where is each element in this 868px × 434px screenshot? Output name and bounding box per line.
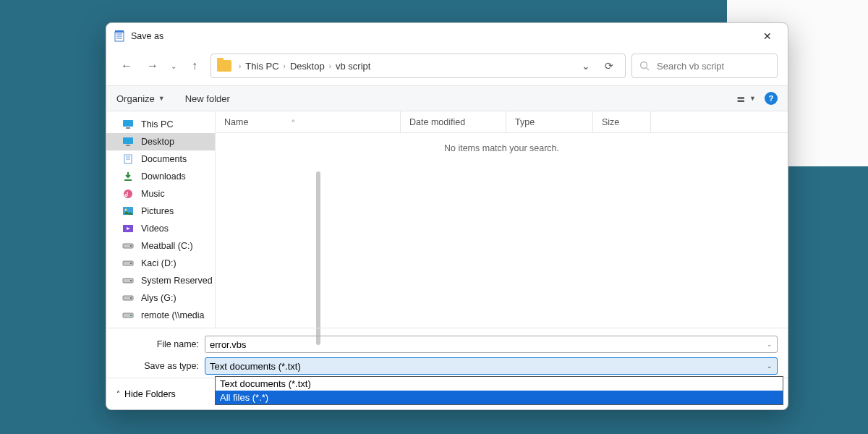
- column-name[interactable]: Name ^: [216, 111, 401, 132]
- savetype-dropdown: Text documents (*.txt) All files (*.*): [215, 376, 783, 405]
- drive-icon: [122, 258, 134, 268]
- sidebar-item-kaci-d-[interactable]: Kaci (D:): [106, 255, 215, 272]
- chevron-down-icon: ⌄: [171, 62, 176, 70]
- sidebar-item-pictures[interactable]: Pictures: [106, 203, 215, 220]
- search-icon: [639, 61, 650, 71]
- refresh-icon: ⟳: [605, 60, 613, 72]
- savetype-select[interactable]: Text documents (*.txt)⌄: [205, 357, 778, 375]
- picture-icon: [122, 206, 134, 216]
- monitor-icon: [122, 137, 134, 147]
- sidebar-item-label: Videos: [141, 224, 169, 234]
- path-segment[interactable]: vb script: [336, 61, 370, 72]
- sidebar-item-alys-g-[interactable]: Alys (G:): [106, 289, 215, 307]
- svg-rect-10: [126, 145, 130, 146]
- up-button[interactable]: ↑: [184, 56, 205, 76]
- svg-point-26: [130, 297, 132, 299]
- hide-folders-button[interactable]: ˄ Hide Folders: [116, 389, 176, 399]
- caret-icon: ⌄: [767, 362, 773, 370]
- search-input[interactable]: Search vb script: [631, 54, 778, 78]
- forward-button[interactable]: →: [142, 56, 163, 76]
- chevron-up-icon: ˄: [116, 390, 120, 398]
- sidebar-item-label: Meatball (C:): [141, 241, 193, 251]
- sidebar-item-label: Downloads: [141, 171, 186, 182]
- music-icon: [122, 189, 134, 199]
- search-placeholder: Search vb script: [657, 61, 724, 72]
- dialog-title: Save as: [131, 31, 754, 41]
- sidebar-item-documents[interactable]: Documents: [106, 150, 215, 168]
- sidebar-item-this-pc[interactable]: This PC: [106, 116, 215, 133]
- caret-icon: ▼: [749, 95, 756, 102]
- svg-point-22: [130, 263, 132, 264]
- view-button[interactable]: ≣ ▼: [736, 92, 756, 105]
- help-icon: ?: [769, 94, 774, 103]
- save-as-dialog: Save as ✕ ← → ⌄ ↑ › This PC › Desktop › …: [106, 22, 788, 410]
- notepad-icon: [114, 30, 125, 42]
- sidebar-item-music[interactable]: Music: [106, 185, 215, 203]
- svg-line-6: [647, 68, 650, 71]
- recent-locations-button[interactable]: ⌄: [169, 56, 179, 76]
- close-icon: ✕: [763, 30, 772, 42]
- list-icon: ≣: [736, 92, 746, 105]
- sidebar-item-downloads[interactable]: Downloads: [106, 168, 215, 185]
- filename-input[interactable]: error.vbs⌄: [205, 336, 778, 353]
- path-segment[interactable]: Desktop: [290, 61, 325, 72]
- titlebar: Save as ✕: [106, 23, 788, 49]
- refresh-button[interactable]: ⟳: [599, 60, 619, 72]
- netdrive-icon: [122, 310, 134, 320]
- form-area: File name: error.vbs⌄ Save as type: Text…: [106, 328, 788, 378]
- path-segment[interactable]: This PC: [245, 61, 278, 72]
- savetype-label: Save as type:: [116, 361, 205, 371]
- column-headers: Name ^ Date modified Type Size: [216, 111, 788, 133]
- doc-icon: [122, 154, 134, 164]
- savetype-option[interactable]: All files (*.*): [216, 391, 783, 404]
- caret-icon: ⌄: [767, 341, 773, 348]
- monitor-icon: [122, 119, 134, 129]
- path-separator: ›: [328, 62, 333, 70]
- drive-icon: [122, 276, 134, 286]
- organize-label: Organize: [116, 93, 155, 104]
- breadcrumb[interactable]: › This PC › Desktop › vb script ⌄ ⟳: [210, 54, 626, 78]
- close-button[interactable]: ✕: [754, 26, 780, 46]
- svg-point-20: [130, 245, 132, 247]
- drive-icon: [122, 293, 134, 303]
- empty-message: No items match your search.: [216, 133, 788, 163]
- help-button[interactable]: ?: [765, 92, 778, 105]
- path-chevron-icon[interactable]: ⌄: [576, 60, 596, 72]
- sidebar-item-system-reserved[interactable]: System Reserved: [106, 272, 215, 289]
- sidebar-item-videos[interactable]: Videos: [106, 220, 215, 237]
- file-list-area: Name ^ Date modified Type Size No items …: [215, 111, 788, 328]
- path-separator: ›: [282, 62, 287, 70]
- svg-rect-4: [115, 30, 124, 33]
- up-icon: ↑: [192, 59, 197, 72]
- sidebar-item-label: This PC: [141, 119, 173, 129]
- sort-icon: ^: [292, 119, 294, 126]
- svg-point-28: [130, 315, 132, 316]
- sidebar-item-label: Music: [141, 189, 165, 199]
- sidebar-item-remote-media[interactable]: remote (\\media: [106, 307, 215, 324]
- back-button[interactable]: ←: [116, 56, 137, 76]
- svg-rect-7: [123, 120, 133, 127]
- organize-button[interactable]: Organize ▼: [116, 93, 165, 104]
- svg-point-5: [641, 62, 647, 69]
- sidebar-item-label: Alys (G:): [141, 293, 176, 303]
- folder-icon: [217, 60, 231, 72]
- column-type[interactable]: Type: [506, 111, 593, 132]
- drive-icon: [122, 241, 134, 251]
- column-size[interactable]: Size: [593, 111, 651, 132]
- sidebar-item-label: Kaci (D:): [141, 258, 176, 268]
- svg-rect-9: [123, 137, 133, 144]
- scrollbar[interactable]: [316, 171, 320, 345]
- forward-icon: →: [147, 59, 158, 72]
- sidebar-item-meatball-c-[interactable]: Meatball (C:): [106, 237, 215, 255]
- sidebar: This PCDesktopDocumentsDownloadsMusicPic…: [106, 111, 215, 328]
- new-folder-button[interactable]: New folder: [185, 93, 230, 104]
- column-date[interactable]: Date modified: [401, 111, 506, 132]
- savetype-option[interactable]: Text documents (*.txt): [216, 377, 783, 391]
- svg-rect-8: [126, 127, 130, 129]
- path-separator: ›: [237, 62, 242, 70]
- toolbar: Organize ▼ New folder ≣ ▼ ?: [106, 85, 788, 111]
- back-icon: ←: [121, 59, 132, 72]
- sidebar-item-desktop[interactable]: Desktop: [106, 133, 215, 150]
- svg-point-15: [124, 190, 132, 198]
- caret-icon: ▼: [158, 95, 165, 102]
